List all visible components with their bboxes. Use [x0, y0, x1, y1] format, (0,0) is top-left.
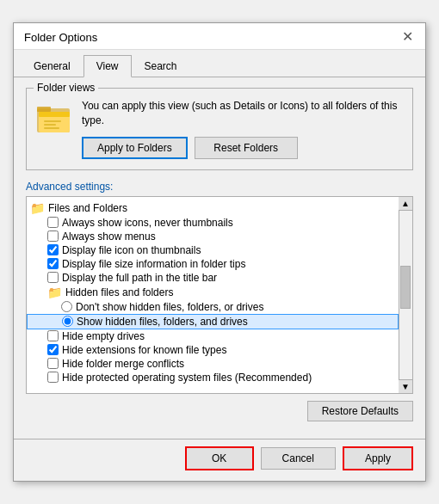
checkbox-hide-empty-drives: Hide empty drives — [47, 330, 145, 342]
checkbox-display-full-path-input[interactable] — [47, 272, 59, 283]
checkbox-hide-extensions: Hide extensions for known file types — [47, 344, 226, 356]
checkbox-display-full-path-label: Display the full path in the title bar — [62, 272, 217, 284]
restore-defaults-row: Restore Defaults — [26, 401, 413, 421]
folder-views-inner: You can apply this view (such as Details… — [37, 99, 402, 159]
checkbox-hide-empty-drives-label: Hide empty drives — [62, 330, 145, 342]
checkbox-display-file-icon: Display file icon on thumbnails — [47, 244, 201, 256]
list-item: Display file size information in folder … — [27, 257, 399, 271]
checkbox-display-file-size-label: Display file size information in folder … — [62, 258, 245, 270]
ok-button[interactable]: OK — [185, 446, 254, 470]
checkbox-always-show-menus-label: Always show menus — [62, 230, 156, 243]
radio-show-hidden-label: Show hidden files, folders, and drives — [77, 316, 248, 328]
checkbox-display-file-size: Display file size information in folder … — [47, 258, 245, 270]
svg-rect-5 — [44, 124, 56, 126]
group-label-hidden: Hidden files and folders — [65, 286, 173, 298]
list-item: Always show menus — [27, 230, 399, 243]
list-item: Hide protected operating system files (R… — [27, 371, 399, 384]
radio-dont-show-hidden-input[interactable] — [61, 301, 72, 312]
radio-dont-show-hidden: Don't show hidden files, folders, or dri… — [61, 301, 263, 313]
folder-icon-hidden: 📁 — [47, 286, 62, 299]
scrollbar-track[interactable]: ▲ ▼ — [399, 197, 412, 393]
checkbox-hide-empty-drives-input[interactable] — [47, 330, 59, 341]
dialog-title: Folder Options — [24, 31, 97, 44]
checkbox-hide-protected: Hide protected operating system files (R… — [47, 372, 312, 384]
folder-svg-icon — [37, 102, 73, 135]
svg-rect-3 — [39, 112, 70, 117]
folder-icon — [37, 102, 71, 137]
apply-button[interactable]: Apply — [343, 446, 413, 470]
checkbox-always-show-icons-input[interactable] — [47, 217, 59, 228]
svg-rect-6 — [44, 127, 59, 129]
checkbox-hide-folder-conflicts-input[interactable] — [47, 358, 59, 369]
checkbox-always-show-menus: Always show menus — [47, 230, 156, 243]
folder-views-description: You can apply this view (such as Details… — [82, 99, 402, 128]
reset-folders-button[interactable]: Reset Folders — [195, 137, 298, 159]
title-bar: Folder Options ✕ — [14, 23, 425, 50]
tab-bar: General View Search — [14, 50, 425, 77]
main-content: Folder views — [14, 77, 425, 435]
checkbox-hide-folder-conflicts-label: Hide folder merge conflicts — [62, 358, 184, 370]
checkbox-display-file-icon-label: Display file icon on thumbnails — [62, 244, 201, 256]
list-item: Display the full path in the title bar — [27, 271, 399, 285]
checkbox-hide-extensions-label: Hide extensions for known file types — [62, 344, 226, 356]
radio-show-hidden-input[interactable] — [62, 316, 73, 327]
tab-view[interactable]: View — [83, 55, 132, 77]
dialog-footer: OK Cancel Apply — [14, 439, 425, 481]
folder-options-dialog: Folder Options ✕ General View Search Fol… — [13, 22, 426, 482]
list-item: Hide empty drives — [27, 329, 399, 343]
scrollbar-up-arrow[interactable]: ▲ — [399, 197, 412, 211]
list-item: Hide folder merge conflicts — [27, 357, 399, 371]
group-files-and-folders: 📁 Files and Folders — [27, 200, 399, 216]
list-item: Display file icon on thumbnails — [27, 243, 399, 257]
checkbox-display-file-icon-input[interactable] — [47, 244, 59, 255]
folder-views-group: Folder views — [26, 88, 413, 170]
list-item: Don't show hidden files, folders, or dri… — [27, 300, 399, 314]
advanced-settings-label: Advanced settings: — [26, 181, 413, 193]
scrollbar-thumb[interactable] — [400, 266, 411, 309]
checkbox-hide-protected-input[interactable] — [47, 372, 59, 383]
tab-general[interactable]: General — [21, 55, 83, 77]
checkbox-always-show-icons: Always show icons, never thumbnails — [47, 217, 233, 229]
svg-rect-4 — [44, 120, 61, 122]
folder-views-right: You can apply this view (such as Details… — [82, 99, 402, 159]
checkbox-hide-protected-label: Hide protected operating system files (R… — [62, 372, 312, 384]
cancel-button[interactable]: Cancel — [261, 447, 336, 470]
svg-rect-1 — [37, 107, 51, 112]
checkbox-hide-folder-conflicts: Hide folder merge conflicts — [47, 358, 184, 370]
checkbox-always-show-menus-input[interactable] — [47, 230, 59, 242]
checkbox-hide-extensions-input[interactable] — [47, 344, 59, 355]
group-label-files: Files and Folders — [48, 202, 127, 214]
scrollbar-down-arrow[interactable]: ▼ — [399, 379, 412, 393]
list-item: Hide extensions for known file types — [27, 343, 399, 357]
group-hidden-files: 📁 Hidden files and folders — [27, 285, 399, 300]
checkbox-always-show-icons-label: Always show icons, never thumbnails — [62, 217, 233, 229]
tab-search[interactable]: Search — [132, 55, 190, 77]
list-item: Show hidden files, folders, and drives — [27, 314, 399, 329]
advanced-settings-tree[interactable]: 📁 Files and Folders Always show icons, n… — [26, 196, 413, 394]
restore-defaults-button[interactable]: Restore Defaults — [307, 401, 413, 421]
checkbox-display-full-path: Display the full path in the title bar — [47, 272, 217, 284]
checkbox-display-file-size-input[interactable] — [47, 258, 59, 269]
apply-to-folders-button[interactable]: Apply to Folders — [82, 137, 188, 159]
list-item: Always show icons, never thumbnails — [27, 216, 399, 230]
radio-show-hidden: Show hidden files, folders, and drives — [62, 316, 248, 328]
close-button[interactable]: ✕ — [400, 30, 415, 44]
folder-icon-files: 📁 — [30, 201, 45, 215]
folder-views-buttons: Apply to Folders Reset Folders — [82, 137, 402, 159]
radio-dont-show-hidden-label: Don't show hidden files, folders, or dri… — [76, 301, 263, 313]
folder-views-label: Folder views — [34, 82, 98, 94]
